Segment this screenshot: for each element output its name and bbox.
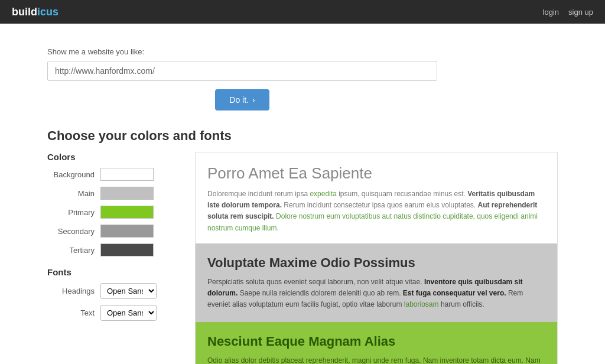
preview-heading-2: Voluptate Maxime Odio Possimus bbox=[207, 255, 545, 271]
color-swatch-4[interactable] bbox=[100, 243, 154, 256]
color-label-1: Main bbox=[47, 189, 95, 198]
color-row-0: Background bbox=[47, 168, 177, 181]
font-select-0[interactable]: Open SansArialGeorgiaVerdanaTimes New Ro… bbox=[100, 283, 157, 299]
color-row-4: Tertiary bbox=[47, 243, 177, 256]
color-row-2: Primary bbox=[47, 206, 177, 219]
preview-section-1: Porro Amet Ea Sapiente Doloremque incidu… bbox=[196, 152, 557, 243]
font-row-1: Text Open SansArialGeorgiaVerdanaTimes N… bbox=[47, 305, 177, 321]
url-label: Show me a website you like: bbox=[47, 47, 558, 56]
left-panel: Colors Background Main Primary Secondary… bbox=[47, 152, 177, 364]
preview-section-2: Voluptate Maxime Odio Possimus Perspicia… bbox=[196, 243, 557, 323]
colors-label: Colors bbox=[47, 152, 177, 162]
color-label-3: Secondary bbox=[47, 227, 95, 236]
preview-text-1-link: expedita bbox=[310, 190, 336, 198]
font-label-0: Headings bbox=[47, 287, 95, 295]
font-label-1: Text bbox=[47, 308, 95, 317]
do-it-label: Do it. bbox=[229, 95, 249, 105]
font-row-0: Headings Open SansArialGeorgiaVerdanaTim… bbox=[47, 283, 177, 299]
preview-heading-3: Nesciunt Eaque Magnam Alias bbox=[207, 334, 545, 349]
login-link[interactable]: login bbox=[543, 8, 559, 17]
color-swatch-2[interactable] bbox=[100, 206, 154, 219]
color-swatch-0[interactable] bbox=[100, 168, 154, 181]
do-it-row: Do it. › bbox=[47, 89, 437, 110]
header: buildicus login sign up bbox=[0, 0, 605, 24]
logo-build: build bbox=[12, 6, 37, 18]
url-section: Show me a website you like: Do it. › bbox=[47, 47, 558, 110]
signup-link[interactable]: sign up bbox=[568, 8, 593, 17]
preview-section-3: Nesciunt Eaque Magnam Alias Odio alias d… bbox=[196, 322, 557, 364]
preview-text-2: Perspiciatis soluta quos eveniet sequi l… bbox=[207, 277, 545, 311]
preview-text-1: Doloremque incidunt rerum ipsa expedita … bbox=[207, 188, 545, 234]
main-content: Show me a website you like: Do it. › Cho… bbox=[0, 24, 605, 364]
section-title: Choose your colors and fonts bbox=[47, 128, 558, 144]
color-rows: Background Main Primary Secondary Tertia… bbox=[47, 168, 177, 256]
do-it-arrow: › bbox=[252, 95, 255, 105]
font-select-1[interactable]: Open SansArialGeorgiaVerdanaTimes New Ro… bbox=[100, 305, 157, 321]
preview-text-3: Odio alias dolor debitis placeat reprehe… bbox=[207, 355, 545, 364]
do-it-button[interactable]: Do it. › bbox=[215, 89, 269, 110]
preview-text-1-content: Doloremque incidunt rerum ipsa expedita … bbox=[207, 190, 538, 232]
color-swatch-3[interactable] bbox=[100, 225, 154, 238]
preview-heading-1: Porro Amet Ea Sapiente bbox=[207, 164, 545, 183]
url-input-wrapper bbox=[47, 61, 437, 81]
logo-text: buildicus bbox=[12, 6, 58, 18]
color-swatch-1[interactable] bbox=[100, 187, 154, 200]
color-row-3: Secondary bbox=[47, 225, 177, 238]
preview-text-2-link: laboriosam bbox=[404, 300, 439, 308]
fonts-label: Fonts bbox=[47, 267, 177, 277]
color-label-0: Background bbox=[47, 170, 95, 179]
url-input[interactable] bbox=[47, 61, 437, 81]
color-label-2: Primary bbox=[47, 208, 95, 217]
header-nav: login sign up bbox=[543, 8, 593, 17]
preview-text-2-bold2: Est fuga consequatur vel vero. bbox=[403, 289, 506, 297]
right-panel: Porro Amet Ea Sapiente Doloremque incidu… bbox=[195, 152, 558, 364]
font-rows: Headings Open SansArialGeorgiaVerdanaTim… bbox=[47, 283, 177, 321]
two-col: Colors Background Main Primary Secondary… bbox=[47, 152, 558, 364]
color-label-4: Tertiary bbox=[47, 246, 95, 255]
logo-icus: icus bbox=[37, 6, 58, 18]
logo: buildicus bbox=[12, 6, 58, 18]
color-row-1: Main bbox=[47, 187, 177, 200]
